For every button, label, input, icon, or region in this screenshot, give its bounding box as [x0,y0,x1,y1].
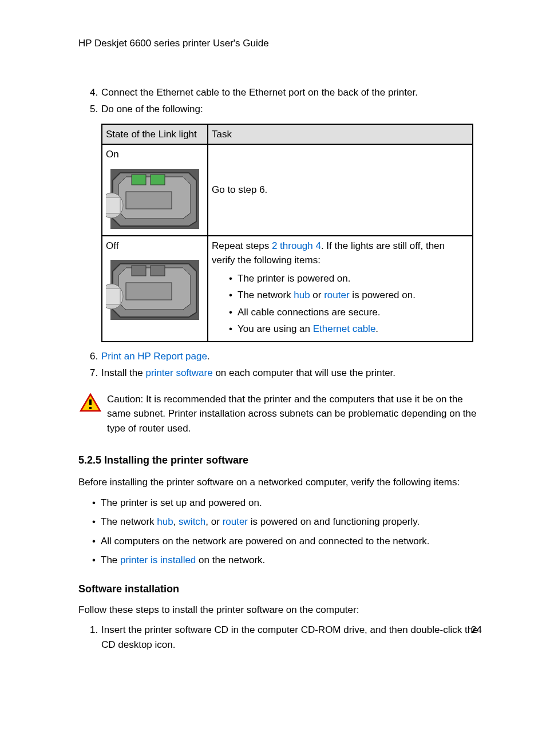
step-text: Connect the Ethernet cable to the Ethern… [101,87,418,98]
step-4: 4. Connect the Ethernet cable to the Eth… [90,85,484,100]
step-number: 1. [90,623,98,638]
list-item: The printer is set up and powered on. [92,496,484,510]
table-row-on: On Go to step 6. [102,144,473,236]
list-item: The network hub, switch, or router is po… [92,514,484,529]
list-item: All cable connections are secure. [229,305,469,320]
instruction-list: 4. Connect the Ethernet cable to the Eth… [78,85,484,117]
list-item: All computers on the network are powered… [92,534,484,549]
text: The network [101,516,157,527]
install-step-1: 1. Insert the printer software CD in the… [90,623,484,652]
task-text: Go to step 6. [212,184,267,195]
link-print-report[interactable]: Print an HP Report page [101,351,207,362]
table-row-off: Off Repeat steps 2 through 4. If t [102,236,473,342]
cell-state-on: On [102,144,208,236]
text: The network [238,290,294,300]
ethernet-port-off-image [106,255,204,324]
verify-before-install-list: The printer is set up and powered on. Th… [78,496,484,568]
step-number: 7. [90,366,98,381]
link-steps-2-4[interactable]: 2 through 4 [272,240,321,251]
step-number: 6. [90,349,98,364]
step-text: Insert the printer software CD in the co… [101,624,478,650]
caution-block: Caution: It is recommended that the prin… [78,392,484,436]
link-printer-installed[interactable]: printer is installed [120,555,196,565]
caution-icon [80,393,101,417]
page-header: HP Deskjet 6600 series printer User's Gu… [78,36,484,51]
list-item: The printer is installed on the network. [92,553,484,568]
task-off-before: Repeat steps [212,240,272,251]
link-switch[interactable]: switch [179,516,205,527]
svg-rect-3 [132,175,146,185]
link-light-table: State of the Link light Task On [101,124,473,342]
section-heading-5-2-5: 5.2.5 Installing the printer software [78,453,484,468]
step-5: 5. Do one of the following: [90,102,484,117]
link-router[interactable]: router [223,516,248,527]
svg-rect-18 [89,407,92,409]
text: is powered on and functioning properly. [248,516,420,527]
cell-task-off: Repeat steps 2 through 4. If the lights … [208,236,473,342]
caution-text: Caution: It is recommended that the prin… [107,392,484,436]
text: . [207,351,210,362]
link-router[interactable]: router [324,290,349,300]
step-6: 6. Print an HP Report page. [90,349,484,364]
step-number: 5. [90,102,98,117]
verify-sublist: The printer is powered on. The network h… [212,271,469,337]
page-number: 24 [471,623,482,638]
install-steps-list: 1. Insert the printer software CD in the… [78,623,484,652]
link-ethernet-cable[interactable]: Ethernet cable [313,323,376,334]
text: . [375,323,378,334]
ethernet-port-off-icon [106,255,203,324]
svg-rect-12 [151,266,165,276]
text: The [101,555,120,565]
link-light-table-container: State of the Link light Task On [101,124,484,342]
svg-rect-11 [132,266,146,276]
instruction-list-cont: 6. Print an HP Report page. 7. Install t… [78,349,484,381]
text: or [310,290,325,300]
table-header-row: State of the Link light Task [102,124,473,145]
link-printer-software[interactable]: printer software [146,367,213,378]
state-label: Off [106,240,118,251]
sub-intro: Follow these steps to install the printe… [78,603,484,618]
svg-rect-17 [89,399,92,405]
text: , [173,516,179,527]
cell-task-on: Go to step 6. [208,144,473,236]
list-item: You are using an Ethernet cable. [229,322,469,337]
cell-state-off: Off [102,236,208,342]
svg-rect-4 [151,175,165,185]
ethernet-port-on-image [106,164,204,233]
step-7: 7. Install the printer software on each … [90,366,484,381]
svg-rect-13 [126,283,172,300]
svg-rect-15 [106,288,120,304]
state-label: On [106,149,119,160]
link-hub[interactable]: hub [294,290,310,300]
sub-heading-software-installation: Software installation [78,581,484,597]
text: is powered on. [350,290,416,300]
list-item: The printer is powered on. [229,271,469,286]
text: Install the [101,367,146,378]
svg-rect-5 [126,192,172,209]
section-intro: Before installing the printer software o… [78,475,484,490]
text: on each computer that will use the print… [213,367,395,378]
link-hub[interactable]: hub [157,516,173,527]
text: , or [205,516,222,527]
svg-rect-7 [106,197,120,213]
ethernet-port-on-icon [106,164,203,233]
step-number: 4. [90,85,98,100]
list-item: The network hub or router is powered on. [229,288,469,303]
step-text: Do one of the following: [101,104,203,114]
col-task: Task [208,124,473,145]
text: You are using an [238,323,313,334]
col-state: State of the Link light [102,124,208,145]
text: on the network. [196,555,265,565]
